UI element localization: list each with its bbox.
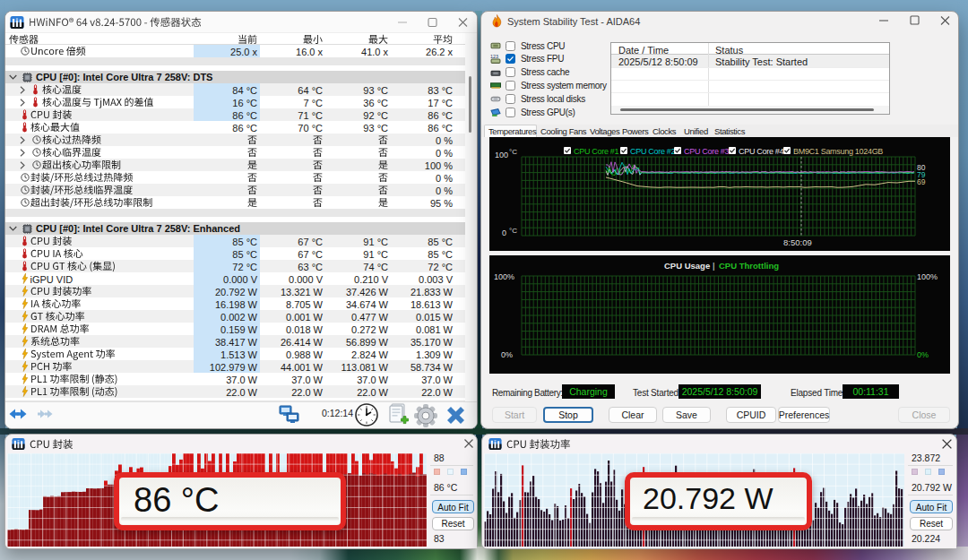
svg-text:123: 123 (490, 54, 498, 59)
